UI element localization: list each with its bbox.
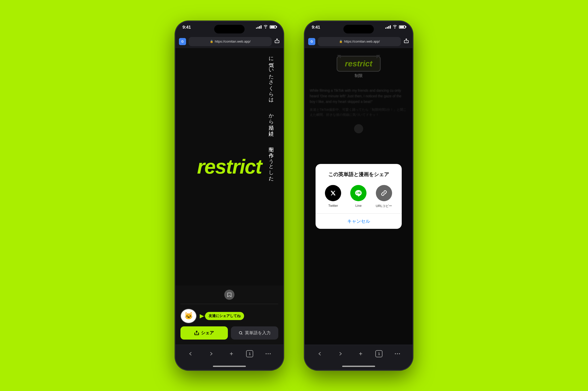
share-options: Twitter Line	[322, 185, 396, 208]
svg-point-0	[239, 331, 242, 334]
share-option-twitter[interactable]: Twitter	[325, 185, 341, 208]
cancel-button[interactable]: キャンセル	[322, 214, 396, 229]
status-icons-left	[256, 25, 276, 29]
address-bar-left[interactable]: G 🔒 https://comitan.web.app/	[175, 35, 283, 48]
url-bar-right[interactable]: 🔒 https://comitan.web.app/	[318, 37, 401, 46]
dynamic-island-right	[343, 25, 374, 33]
svg-point-1	[266, 353, 267, 354]
google-icon-right: G	[308, 38, 315, 45]
url-copy-label: URLコピー	[376, 204, 392, 208]
status-time-left: 9:41	[182, 25, 191, 30]
bottom-nav-right: 1	[305, 345, 413, 363]
new-tab-button-left[interactable]	[226, 348, 237, 359]
battery-icon-left	[270, 25, 276, 29]
line-icon-bg	[350, 185, 366, 201]
url-icon-bg	[376, 185, 392, 201]
url-text-left: https://comitan.web.app/	[215, 40, 251, 43]
bookmark-area[interactable]	[175, 286, 283, 304]
line-label: Line	[355, 204, 362, 208]
home-indicator-left	[175, 363, 283, 370]
share-icon-left[interactable]	[274, 38, 280, 45]
back-button-left[interactable]	[185, 348, 196, 359]
phone-left: 9:41 G 🔒 https://comitan.web.a	[175, 21, 284, 370]
address-bar-right[interactable]: G 🔒 https://comitan.web.app/	[305, 35, 413, 48]
signal-icon-left	[256, 25, 262, 29]
share-promo-bubble: 友達にシェアしてね	[205, 312, 244, 320]
url-bar-left[interactable]: 🔒 https://comitan.web.app/	[189, 37, 272, 46]
jp-col-2: から踊り続け、	[267, 110, 276, 138]
new-tab-button-right[interactable]	[355, 348, 366, 359]
svg-point-6	[399, 353, 400, 354]
battery-icon-right	[399, 25, 406, 29]
bookmark-button[interactable]	[224, 290, 234, 300]
share-button[interactable]: シェア	[180, 326, 228, 340]
share-dialog: この英単語と漫画をシェア Twitter	[316, 164, 402, 229]
svg-point-3	[270, 353, 271, 354]
more-button-right[interactable]	[392, 348, 403, 359]
url-text-right: https://comitan.web.app/	[344, 40, 380, 43]
status-icons-right	[385, 25, 406, 29]
share-icon-right[interactable]	[403, 38, 409, 45]
mascot-icon: 🐱	[180, 309, 197, 323]
wifi-icon-left	[263, 25, 268, 29]
japanese-text: に気づいたさくらは、 から踊り続け、 間を作ろうとした。	[267, 53, 276, 183]
wifi-icon-right	[393, 25, 397, 29]
forward-button-right[interactable]	[335, 348, 346, 359]
action-buttons-left: シェア 英単語を入力	[175, 326, 283, 345]
jp-col-1: に気づいたさくらは、	[267, 53, 276, 105]
svg-point-4	[395, 353, 396, 354]
share-promo-area: 🐱 ▶ 友達にシェアしてね	[175, 304, 283, 326]
right-phone-content: restrict 制限 While filming a TikTok with …	[305, 48, 413, 370]
status-time-right: 9:41	[312, 25, 320, 30]
left-phone-content: に気づいたさくらは、 から踊り続け、 間を作ろうとした。 restrict	[175, 48, 283, 345]
tabs-button-right[interactable]: 1	[375, 350, 382, 357]
signal-icon-right	[385, 25, 391, 29]
dynamic-island-left	[214, 25, 245, 33]
share-dialog-overlay[interactable]: この英単語と漫画をシェア Twitter	[305, 48, 413, 345]
back-button-right[interactable]	[314, 348, 325, 359]
lock-icon-left: 🔒	[210, 40, 213, 43]
main-word-left: restrict	[192, 155, 267, 178]
home-indicator-right	[305, 363, 413, 370]
twitter-icon-bg	[325, 185, 341, 201]
share-option-line[interactable]: Line	[350, 185, 366, 208]
phone-right: 9:41 G 🔒 https://comitan.web.app/	[304, 21, 413, 370]
manga-panel: に気づいたさくらは、 から踊り続け、 間を作ろうとした。 restrict	[175, 48, 283, 286]
right-main: restrict 制限 While filming a TikTok with …	[305, 48, 413, 345]
home-bar-left	[213, 366, 246, 367]
jp-col-3: 間を作ろうとした。	[267, 143, 276, 183]
svg-point-5	[397, 353, 398, 354]
home-bar-right	[342, 366, 375, 367]
share-option-url[interactable]: URLコピー	[376, 185, 392, 208]
bottom-nav-left: 1	[175, 345, 283, 363]
svg-point-2	[268, 353, 269, 354]
google-icon-left: G	[179, 38, 186, 45]
twitter-label: Twitter	[328, 204, 338, 208]
more-button-left[interactable]	[263, 348, 274, 359]
search-button[interactable]: 英単語を入力	[231, 326, 278, 340]
share-dialog-title: この英単語と漫画をシェア	[322, 171, 396, 178]
lock-icon-right: 🔒	[339, 40, 343, 43]
tabs-button-left[interactable]: 1	[246, 350, 253, 357]
forward-button-left[interactable]	[206, 348, 217, 359]
